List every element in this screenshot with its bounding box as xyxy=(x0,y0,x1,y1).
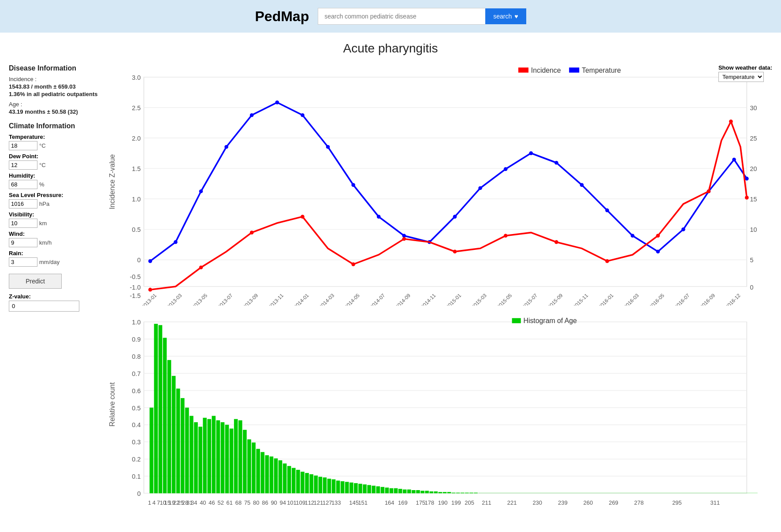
svg-rect-170 xyxy=(367,485,371,494)
climate-info-title: Climate Information xyxy=(9,122,101,130)
weather-control-label: Show weather data: xyxy=(718,64,772,71)
svg-text:25: 25 xyxy=(750,135,757,142)
dewpoint-row: Dew Point: °C xyxy=(9,153,101,170)
svg-text:30: 30 xyxy=(750,104,757,112)
svg-text:101: 101 xyxy=(287,499,297,506)
svg-rect-143 xyxy=(247,439,251,493)
svg-point-40 xyxy=(453,215,457,219)
svg-point-58 xyxy=(402,237,406,241)
svg-rect-189 xyxy=(452,493,456,493)
svg-text:2015-05: 2015-05 xyxy=(496,293,513,305)
svg-point-48 xyxy=(656,249,660,253)
zvalue-input[interactable] xyxy=(9,301,79,312)
content-layout: Disease Information Incidence : 1543.83 … xyxy=(9,64,772,532)
rain-input[interactable] xyxy=(9,257,37,267)
svg-point-57 xyxy=(351,262,355,266)
svg-rect-172 xyxy=(376,487,380,494)
svg-text:1.0: 1.0 xyxy=(132,196,141,203)
wind-input[interactable] xyxy=(9,238,37,247)
svg-text:2.5: 2.5 xyxy=(132,104,141,112)
svg-text:230: 230 xyxy=(532,499,542,506)
svg-rect-162 xyxy=(332,480,336,494)
svg-text:86: 86 xyxy=(262,499,268,506)
humidity-input[interactable] xyxy=(9,180,37,189)
search-input[interactable] xyxy=(318,8,485,25)
visibility-input[interactable] xyxy=(9,219,37,228)
svg-rect-125 xyxy=(167,360,171,493)
svg-rect-158 xyxy=(314,476,318,493)
svg-rect-191 xyxy=(461,493,465,493)
svg-point-59 xyxy=(453,249,457,253)
logo-map: Map xyxy=(281,8,309,24)
svg-rect-149 xyxy=(274,458,278,493)
weather-control: Show weather data: Temperature Humidity … xyxy=(718,64,772,82)
svg-rect-126 xyxy=(172,376,176,493)
dewpoint-unit: °C xyxy=(39,162,46,168)
svg-point-52 xyxy=(745,177,749,181)
svg-rect-142 xyxy=(243,430,247,493)
svg-rect-141 xyxy=(238,420,242,494)
svg-rect-151 xyxy=(283,464,287,494)
svg-text:61: 61 xyxy=(227,499,233,506)
weather-select[interactable]: Temperature Humidity Dew Point Rain Wind xyxy=(718,72,764,82)
predict-button[interactable]: Predict xyxy=(9,274,62,289)
svg-text:2016-12: 2016-12 xyxy=(725,293,741,305)
temperature-input[interactable] xyxy=(9,141,37,150)
svg-rect-177 xyxy=(398,489,402,493)
svg-rect-138 xyxy=(225,425,229,494)
svg-text:2014-03: 2014-03 xyxy=(318,293,335,305)
svg-text:311: 311 xyxy=(710,499,720,506)
dewpoint-input[interactable] xyxy=(9,160,37,170)
svg-rect-178 xyxy=(403,490,407,494)
humidity-label: Humidity: xyxy=(9,172,101,179)
svg-rect-127 xyxy=(176,389,180,494)
svg-text:169: 169 xyxy=(398,499,408,506)
svg-rect-154 xyxy=(296,470,300,493)
svg-text:278: 278 xyxy=(634,499,644,506)
svg-point-45 xyxy=(580,183,584,187)
header: PedMap search ♥ xyxy=(0,0,781,33)
wind-unit: km/h xyxy=(39,239,52,246)
sealevel-input[interactable] xyxy=(9,199,37,208)
svg-point-33 xyxy=(275,100,279,104)
svg-text:1: 1 xyxy=(148,499,151,506)
svg-rect-145 xyxy=(256,449,260,494)
page-title: Acute pharyngitis xyxy=(9,41,772,56)
svg-text:Incidence Z-value: Incidence Z-value xyxy=(108,154,116,209)
svg-text:Incidence: Incidence xyxy=(531,67,561,74)
svg-rect-147 xyxy=(265,455,269,493)
svg-point-55 xyxy=(250,231,254,234)
svg-text:20: 20 xyxy=(750,165,757,172)
svg-point-46 xyxy=(605,208,609,212)
svg-text:34: 34 xyxy=(191,499,197,506)
svg-text:0.6: 0.6 xyxy=(132,387,141,394)
svg-point-37 xyxy=(377,215,381,219)
svg-text:0.5: 0.5 xyxy=(132,405,141,412)
svg-rect-155 xyxy=(301,472,305,493)
sealevel-label: Sea Level Pressure: xyxy=(9,192,101,198)
rain-row: Rain: mm/day xyxy=(9,250,101,267)
svg-point-34 xyxy=(301,113,305,117)
svg-text:2013-01: 2013-01 xyxy=(141,293,157,305)
svg-rect-190 xyxy=(456,493,460,493)
svg-point-35 xyxy=(326,145,330,149)
svg-text:3.0: 3.0 xyxy=(132,74,141,81)
svg-point-49 xyxy=(681,227,685,231)
svg-text:15: 15 xyxy=(750,196,757,203)
svg-point-29 xyxy=(174,240,178,244)
svg-rect-195 xyxy=(478,493,758,493)
age-label: Age : xyxy=(9,101,101,108)
visibility-unit: km xyxy=(39,220,47,227)
svg-text:190: 190 xyxy=(438,499,448,506)
search-bar: search ♥ xyxy=(318,8,526,25)
temperature-row: Temperature: °C xyxy=(9,134,101,150)
svg-text:2.0: 2.0 xyxy=(132,135,141,142)
svg-text:Relative count: Relative count xyxy=(108,382,116,427)
svg-text:295: 295 xyxy=(672,499,682,506)
zvalue-label: Z-value: xyxy=(9,293,101,300)
search-button[interactable]: search ♥ xyxy=(485,8,526,24)
climate-section: Climate Information Temperature: °C Dew … xyxy=(9,122,101,312)
svg-rect-146 xyxy=(260,452,264,494)
svg-point-51 xyxy=(732,158,736,162)
sealevel-row: Sea Level Pressure: hPa xyxy=(9,192,101,208)
